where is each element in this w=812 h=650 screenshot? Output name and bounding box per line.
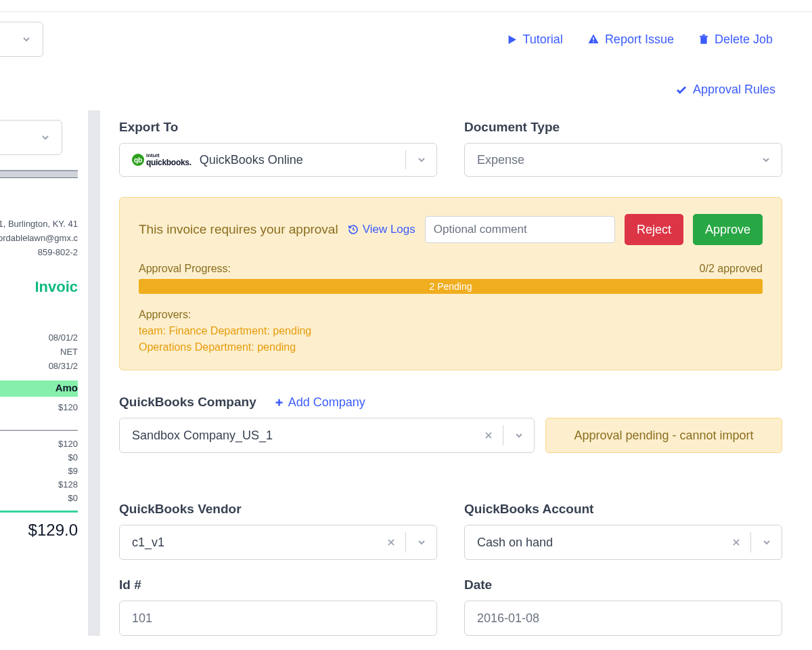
- chevron-down-icon: [750, 532, 782, 552]
- preview-divider: [0, 430, 78, 431]
- qb-company-select[interactable]: Sandbox Company_US_1: [119, 418, 535, 453]
- clear-icon[interactable]: [722, 538, 750, 547]
- vendor-field: QuickBooks Vendor c1_v1: [119, 502, 437, 560]
- document-type-label: Document Type: [464, 120, 782, 135]
- reject-button[interactable]: Reject: [625, 214, 683, 245]
- chevron-down-icon: [405, 150, 436, 170]
- tutorial-label: Tutorial: [523, 32, 563, 47]
- company-select-row: Sandbox Company_US_1 Approval pending - …: [119, 418, 782, 453]
- approvers-label: Approvers:: [139, 309, 763, 321]
- doc-page-dropdown[interactable]: [0, 120, 62, 155]
- id-field: Id # 101: [119, 578, 437, 636]
- preview-address-1: ox 441, Burlington, KY. 41: [0, 217, 78, 232]
- clear-icon[interactable]: [474, 431, 503, 440]
- document-type-select[interactable]: Expense: [464, 143, 782, 177]
- approval-progress-bar: 2 Pending: [139, 279, 763, 294]
- add-company-link[interactable]: Add Company: [274, 395, 365, 410]
- svg-marker-0: [508, 35, 516, 44]
- document-preview-pane: ox 441, Burlington, KY. 41 affordablelaw…: [0, 110, 88, 636]
- id-date-row: Id # 101 Date 2016-01-08: [119, 578, 782, 636]
- approval-progress-row: Approval Progress: 0/2 approved: [139, 263, 763, 275]
- view-logs-label: View Logs: [363, 223, 415, 236]
- approver-1: team: Finance Department: pending: [139, 325, 763, 337]
- top-left-dropdown[interactable]: [0, 22, 43, 57]
- id-value: 101: [132, 611, 152, 626]
- trash-icon: [698, 33, 709, 45]
- approver-2: Operations Department: pending: [139, 341, 763, 353]
- svg-rect-1: [593, 37, 594, 41]
- date-input[interactable]: 2016-01-08: [464, 601, 782, 636]
- vendor-select[interactable]: c1_v1: [119, 525, 437, 560]
- date-label: Date: [464, 578, 782, 592]
- approval-card: This invoice requires your approval View…: [119, 197, 782, 370]
- preview-header-bar: [0, 170, 78, 178]
- import-pending-badge: Approval pending - cannot import: [545, 418, 782, 453]
- account-value: Cash on hand: [465, 536, 722, 550]
- delete-job-link[interactable]: Delete Job: [698, 32, 773, 47]
- approval-rules-row: Approval Rules: [0, 83, 812, 97]
- top-right-actions: Tutorial Report Issue Delete Job: [506, 32, 812, 47]
- document-type-value: Expense: [465, 153, 750, 167]
- quickbooks-logo: qb intuit quickbooks.: [132, 153, 191, 167]
- preview-address-3: 859-802-2: [0, 246, 78, 260]
- approval-progress-label: Approval Progress:: [139, 263, 231, 275]
- export-to-value: qb intuit quickbooks. QuickBooks Online: [120, 153, 405, 167]
- approval-rules-link[interactable]: Approval Rules: [675, 83, 775, 97]
- chevron-down-icon: [40, 132, 51, 143]
- qb-company-label: QuickBooks Company: [119, 395, 256, 410]
- chevron-down-icon: [405, 532, 436, 552]
- account-label: QuickBooks Account: [464, 502, 782, 517]
- preview-amount-1: $120: [0, 402, 78, 412]
- approval-rules-label: Approval Rules: [693, 83, 775, 97]
- date-value: 2016-01-08: [477, 611, 539, 626]
- vendor-value: c1_v1: [120, 536, 377, 550]
- document-preview: ox 441, Burlington, KY. 41 affordablelaw…: [0, 170, 78, 540]
- preview-total: $129.0: [0, 521, 78, 540]
- account-field: QuickBooks Account Cash on hand: [464, 502, 782, 560]
- plus-icon: [274, 397, 284, 408]
- add-company-label: Add Company: [288, 395, 365, 410]
- id-label: Id #: [119, 578, 437, 592]
- form-pane: Export To qb intuit quickbooks. QuickBoo…: [100, 110, 812, 636]
- top-divider: [0, 0, 812, 12]
- approve-button[interactable]: Approve: [693, 214, 763, 245]
- preview-invoice-heading: Invoic: [0, 278, 78, 296]
- approval-top-row: This invoice requires your approval View…: [139, 214, 763, 245]
- export-to-select[interactable]: qb intuit quickbooks. QuickBooks Online: [119, 143, 437, 177]
- report-issue-link[interactable]: Report Issue: [587, 32, 674, 47]
- warning-icon: [587, 33, 600, 45]
- vertical-divider: [88, 110, 100, 636]
- view-logs-link[interactable]: View Logs: [348, 223, 415, 236]
- check-icon: [675, 84, 687, 96]
- id-input[interactable]: 101: [119, 601, 437, 636]
- svg-rect-4: [700, 36, 708, 37]
- import-pending-text: Approval pending - cannot import: [574, 429, 753, 443]
- approval-approved-count: 0/2 approved: [700, 263, 763, 275]
- export-to-label: Export To: [119, 120, 437, 135]
- date-field: Date 2016-01-08: [464, 578, 782, 636]
- preview-amounts: $120 $0 $9 $128 $0: [0, 437, 78, 506]
- preview-address-2: affordablelawn@gmx.c: [0, 232, 78, 246]
- approval-comment-input[interactable]: [425, 216, 615, 243]
- preview-dates: 08/01/2 NET 08/31/2: [0, 331, 78, 373]
- company-label-row: QuickBooks Company Add Company: [119, 395, 782, 410]
- approval-title: This invoice requires your approval: [139, 222, 338, 237]
- preview-green-divider: [0, 511, 78, 513]
- main-area: ox 441, Burlington, KY. 41 affordablelaw…: [0, 110, 812, 636]
- vendor-label: QuickBooks Vendor: [119, 502, 437, 517]
- export-doctype-row: Export To qb intuit quickbooks. QuickBoo…: [119, 120, 782, 177]
- account-select[interactable]: Cash on hand: [464, 525, 782, 560]
- svg-rect-3: [700, 37, 706, 44]
- svg-rect-2: [593, 41, 594, 43]
- tutorial-link[interactable]: Tutorial: [506, 32, 563, 47]
- preview-green-bar: Amo: [0, 381, 78, 397]
- clear-icon[interactable]: [377, 538, 405, 547]
- export-to-field: Export To qb intuit quickbooks. QuickBoo…: [119, 120, 437, 177]
- qb-company-value: Sandbox Company_US_1: [120, 429, 474, 443]
- svg-rect-5: [702, 35, 705, 36]
- chevron-down-icon: [21, 34, 32, 45]
- report-issue-label: Report Issue: [605, 32, 674, 47]
- top-actions-row: Tutorial Report Issue Delete Job: [0, 12, 812, 53]
- chevron-down-icon: [750, 150, 782, 170]
- chevron-down-icon: [503, 425, 534, 446]
